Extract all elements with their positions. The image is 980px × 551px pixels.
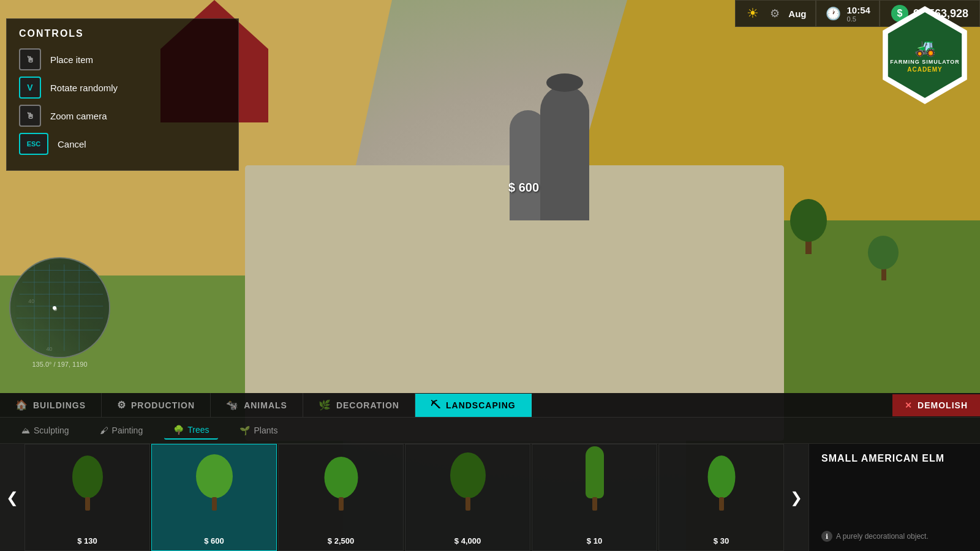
background-tree-1 <box>784 193 833 254</box>
background-tree-2 <box>865 231 902 280</box>
price-tag: $ 600 <box>508 181 539 195</box>
map-cursor <box>53 306 56 310</box>
map-coordinates: 135.0° / 197, 1190 <box>9 361 110 368</box>
tree-price-5: $ 10 <box>587 536 602 545</box>
academy-logo: 🚜 FARMING SIMULATOR ACADEMY <box>876 6 974 104</box>
control-row-rotate: V Rotate randomly <box>19 77 226 99</box>
decoration-label: DECORATION <box>336 400 399 410</box>
time-segment: 🕐 10:54 0.5 <box>816 0 880 27</box>
next-arrow[interactable]: ❯ <box>784 444 809 551</box>
items-area: ❮ $ 130 $ <box>0 444 980 551</box>
tree-image-2 <box>187 451 242 512</box>
tree-shape-6 <box>700 452 743 511</box>
map-svg: 40 40 <box>10 258 109 357</box>
category-tabs: 🏠 BUILDINGS ⚙ PRODUCTION 🐄 ANIMALS 🌿 DEC… <box>0 393 980 418</box>
demolish-label: DEMOLISH <box>918 400 968 410</box>
tree-shape-3 <box>320 452 363 511</box>
tree-image-5 <box>567 451 622 512</box>
subtab-sculpting[interactable]: ⛰ Sculpting <box>12 422 78 439</box>
sculpting-icon: ⛰ <box>21 425 30 435</box>
svg-text:40: 40 <box>28 298 34 304</box>
subtab-plants[interactable]: 🌱 Plants <box>230 422 287 439</box>
logo-hexagon: 🚜 FARMING SIMULATOR ACADEMY <box>876 6 974 104</box>
subtab-painting[interactable]: 🖌 Painting <box>91 422 153 439</box>
landscaping-label: LANDSCAPING <box>446 400 516 410</box>
tree-price-6: $ 30 <box>714 536 729 545</box>
svg-text:40: 40 <box>47 346 53 352</box>
painting-icon: 🖌 <box>100 425 108 435</box>
subtab-trees[interactable]: 🌳 Trees <box>164 421 218 440</box>
item-info-panel: SMALL AMERICAN ELM ℹ A purely decoration… <box>809 444 980 551</box>
tree-item-3[interactable]: $ 2,500 <box>278 444 404 551</box>
logo-inner: 🚜 FARMING SIMULATOR ACADEMY <box>882 12 968 98</box>
silo-large <box>540 86 589 220</box>
item-info-description: ℹ A purely decorational object. <box>821 531 968 542</box>
buildings-icon: 🏠 <box>15 399 28 411</box>
tree-shape-1 <box>66 452 109 511</box>
tree-shape-5 <box>573 452 616 511</box>
prev-arrow[interactable]: ❮ <box>0 444 24 551</box>
demolish-button[interactable]: ✕ DEMOLISH <box>892 394 980 416</box>
tree-shape-2 <box>193 452 236 511</box>
info-icon: ℹ <box>821 531 832 542</box>
items-scroll: $ 130 $ 600 <box>24 444 784 551</box>
decoration-icon: 🌿 <box>318 399 331 411</box>
sub-tabs: ⛰ Sculpting 🖌 Painting 🌳 Trees 🌱 Plants <box>0 418 980 444</box>
buildings-label: BUILDINGS <box>33 400 86 410</box>
tab-landscaping[interactable]: ⛏ LANDSCAPING <box>415 394 532 417</box>
item-info-title: SMALL AMERICAN ELM <box>821 453 968 464</box>
tree-price-4: $ 4,000 <box>454 536 481 545</box>
month-display: Aug <box>788 9 806 19</box>
tree-item-1[interactable]: $ 130 <box>24 444 150 551</box>
landscaping-icon: ⛏ <box>431 400 441 411</box>
controls-title: CONTROLS <box>19 28 226 39</box>
control-row-zoom: 🖱 Zoom camera <box>19 105 226 127</box>
control-label-rotate: Rotate randomly <box>50 83 118 93</box>
controls-panel: CONTROLS 🖱 Place item V Rotate randomly … <box>6 18 239 171</box>
tree-image-4 <box>440 451 496 512</box>
time-display: 10:54 <box>847 5 870 15</box>
demolish-x-icon: ✕ <box>905 400 913 410</box>
tab-decoration[interactable]: 🌿 DECORATION <box>303 393 415 417</box>
control-row-cancel: ESC Cancel <box>19 133 226 155</box>
tree-price-2: $ 600 <box>204 536 224 545</box>
mouse-button-place: 🖱 <box>19 48 41 70</box>
plants-label: Plants <box>254 425 277 435</box>
control-label-cancel: Cancel <box>58 139 86 149</box>
tab-buildings[interactable]: 🏠 BUILDINGS <box>0 393 102 417</box>
map-circle: 40 40 <box>9 257 110 358</box>
tree-item-4[interactable]: $ 4,000 <box>405 444 530 551</box>
tree-image-1 <box>60 451 115 512</box>
control-label-place: Place item <box>50 54 93 65</box>
time-speed-display: 0.5 <box>847 15 870 23</box>
price-tag-amount: $ 600 <box>508 181 539 194</box>
production-label: PRODUCTION <box>131 400 195 410</box>
esc-key-button[interactable]: ESC <box>19 133 48 155</box>
mini-map: 40 40 135.0° / 197, 1190 <box>9 257 110 358</box>
item-info-desc-text: A purely decorational object. <box>836 532 929 541</box>
tab-animals[interactable]: 🐄 ANIMALS <box>211 393 303 417</box>
weather-gear-icon: ⚙ <box>766 5 783 22</box>
tree-item-6[interactable]: $ 30 <box>658 444 784 551</box>
bottom-panel: 🏠 BUILDINGS ⚙ PRODUCTION 🐄 ANIMALS 🌿 DEC… <box>0 393 980 551</box>
animals-label: ANIMALS <box>244 400 287 410</box>
clock-icon: 🕐 <box>825 5 842 22</box>
plants-icon: 🌱 <box>239 425 250 435</box>
weather-segment: ☀ ⚙ Aug <box>735 0 815 27</box>
tree-price-1: $ 130 <box>77 536 97 545</box>
tree-image-3 <box>314 451 369 512</box>
production-icon: ⚙ <box>117 399 126 411</box>
sculpting-label: Sculpting <box>34 425 69 435</box>
trees-icon: 🌳 <box>173 425 184 435</box>
tree-shape-4 <box>447 452 489 511</box>
tab-production[interactable]: ⚙ PRODUCTION <box>102 393 211 417</box>
tree-price-3: $ 2,500 <box>328 536 354 545</box>
v-key-button[interactable]: V <box>19 77 41 99</box>
tree-item-5[interactable]: $ 10 <box>532 444 657 551</box>
control-label-zoom: Zoom camera <box>50 111 107 121</box>
painting-label: Painting <box>112 425 143 435</box>
mouse-button-zoom: 🖱 <box>19 105 41 127</box>
tractor-icon: 🚜 <box>914 37 936 58</box>
tree-item-2[interactable]: $ 600 <box>151 444 277 551</box>
silo-group <box>510 49 608 220</box>
